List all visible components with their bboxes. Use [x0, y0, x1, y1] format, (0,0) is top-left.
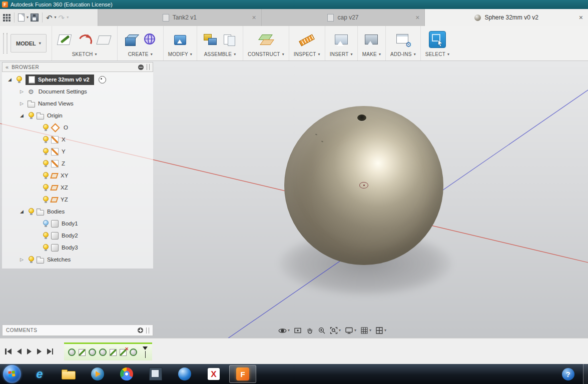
- make-menu[interactable]: MAKE▾: [362, 52, 381, 60]
- expand-icon[interactable]: ▷: [20, 258, 28, 262]
- panel-drag-handle[interactable]: [147, 64, 150, 70]
- visibility-bulb-icon[interactable]: [43, 220, 49, 227]
- create-sketch-icon[interactable]: [57, 31, 74, 48]
- caret-down-icon[interactable]: ▾: [27, 16, 29, 20]
- make-3d-print-icon[interactable]: [363, 31, 380, 48]
- timeline-feature-sketch[interactable]: [110, 349, 117, 356]
- arc-tool-icon[interactable]: [76, 31, 93, 48]
- skip-to-start-button[interactable]: [5, 348, 12, 354]
- timeline-feature-sphere[interactable]: [130, 348, 137, 356]
- sketch-plane-icon[interactable]: [96, 31, 113, 48]
- skip-to-end-button[interactable]: [47, 348, 54, 354]
- show-desktop-button[interactable]: [583, 364, 588, 384]
- inspect-menu[interactable]: INSPECT▾: [294, 52, 320, 60]
- grid-and-snaps-button[interactable]: ▾: [360, 326, 371, 334]
- browser-item-body3[interactable]: Body3: [2, 242, 153, 254]
- taskbar-item-fusion-360[interactable]: F: [229, 365, 256, 383]
- expand-icon[interactable]: ▷: [20, 90, 28, 94]
- browser-item-xy-plane[interactable]: XY: [2, 170, 153, 182]
- play-button[interactable]: [27, 348, 32, 354]
- measure-icon[interactable]: [298, 31, 315, 48]
- taskbar-item-chrome[interactable]: [112, 364, 141, 384]
- visibility-bulb-icon[interactable]: [43, 244, 49, 251]
- visibility-bulb-icon[interactable]: [43, 196, 49, 203]
- timeline-feature-sketch-error[interactable]: [120, 349, 127, 356]
- browser-item-origin-point[interactable]: O: [2, 122, 153, 134]
- taskbar-item-app-window[interactable]: [141, 364, 170, 384]
- toolbar-grip[interactable]: [3, 33, 8, 54]
- zoom-button[interactable]: [318, 326, 326, 334]
- browser-item-sketches[interactable]: ▷ Sketches: [2, 254, 153, 266]
- collapse-icon[interactable]: ◢: [20, 210, 28, 214]
- collapse-icon[interactable]: ◢: [20, 114, 28, 118]
- fit-button[interactable]: ▾: [330, 326, 341, 334]
- visibility-bulb-icon[interactable]: [43, 160, 49, 167]
- browser-item-bodies[interactable]: ◢ Bodies: [2, 206, 153, 218]
- display-settings-button[interactable]: ▾: [345, 326, 356, 334]
- joint-icon[interactable]: [221, 31, 238, 48]
- browser-item-yz-plane[interactable]: YZ: [2, 194, 153, 206]
- taskbar-item-internet-explorer[interactable]: e: [25, 364, 54, 384]
- construction-plane-icon[interactable]: [257, 31, 274, 48]
- collapse-icon[interactable]: ◢: [8, 78, 16, 82]
- expand-icon[interactable]: ▷: [20, 102, 28, 106]
- browser-item-root[interactable]: ◢ Sphere 32mm v0 v2: [2, 74, 153, 86]
- visibility-bulb-icon[interactable]: [29, 256, 34, 263]
- create-sphere-icon[interactable]: [142, 31, 159, 48]
- create-menu[interactable]: CREATE▾: [128, 52, 153, 60]
- pan-button[interactable]: [306, 326, 314, 334]
- modify-menu[interactable]: MODIFY▾: [168, 52, 192, 60]
- activate-component-icon[interactable]: [99, 76, 106, 84]
- taskbar-item-file-explorer[interactable]: [54, 364, 83, 384]
- insert-image-icon[interactable]: [333, 31, 350, 48]
- comments-bar[interactable]: COMMENTS: [2, 324, 153, 336]
- timeline-feature-sphere[interactable]: [89, 348, 96, 356]
- visibility-bulb-icon[interactable]: [43, 136, 49, 143]
- browser-item-body2[interactable]: Body2: [2, 230, 153, 242]
- minimize-panel-icon[interactable]: [138, 64, 144, 70]
- sphere-body[interactable]: [284, 106, 443, 265]
- browser-item-y-axis[interactable]: Y: [2, 146, 153, 158]
- save-icon[interactable]: [31, 14, 39, 22]
- selected-item-highlight[interactable]: Sphere 32mm v0 v2: [26, 74, 94, 85]
- document-tab-sphere-active[interactable]: Sphere 32mm v0 v2 ×: [425, 9, 588, 26]
- workspace-selector[interactable]: MODEL ▾: [11, 34, 47, 52]
- sketch-menu[interactable]: SKETCH▾: [72, 52, 97, 60]
- construct-menu[interactable]: CONSTRUCT▾: [248, 52, 284, 60]
- close-tab-icon[interactable]: ×: [415, 14, 419, 21]
- viewports-button[interactable]: ▾: [375, 326, 386, 334]
- browser-item-document-settings[interactable]: ▷ ⚙ Document Settings: [2, 86, 153, 98]
- timeline-position-marker[interactable]: [142, 346, 148, 358]
- select-menu[interactable]: SELECT▾: [425, 52, 449, 60]
- visibility-bulb-icon[interactable]: [17, 76, 22, 83]
- caret-down-icon[interactable]: ▾: [55, 16, 57, 20]
- assemble-menu[interactable]: ASSEMBLE▾: [204, 52, 236, 60]
- scripts-add-ins-icon[interactable]: [394, 31, 411, 48]
- browser-item-origin[interactable]: ◢ Origin: [2, 110, 153, 122]
- press-pull-icon[interactable]: [172, 31, 189, 48]
- new-component-icon[interactable]: [202, 31, 219, 48]
- browser-item-named-views[interactable]: ▷ Named Views: [2, 98, 153, 110]
- visibility-bulb-icon[interactable]: [43, 124, 49, 131]
- timeline-feature-sphere[interactable]: [68, 348, 76, 356]
- browser-item-x-axis[interactable]: X: [2, 134, 153, 146]
- taskbar-item-app-x[interactable]: X: [199, 364, 228, 384]
- taskbar-item-app-sphere[interactable]: [170, 364, 199, 384]
- add-comment-icon[interactable]: [138, 328, 143, 333]
- close-tab-icon[interactable]: ×: [579, 14, 583, 21]
- file-new-icon[interactable]: [18, 14, 25, 22]
- taskbar-item-media-player[interactable]: [83, 364, 112, 384]
- create-box-icon[interactable]: [122, 31, 139, 48]
- timeline-feature-sketch[interactable]: [79, 349, 86, 356]
- insert-menu[interactable]: INSERT▾: [330, 52, 353, 60]
- orbit-button[interactable]: ▾: [278, 326, 290, 335]
- select-tool-icon[interactable]: [429, 31, 446, 48]
- start-button[interactable]: [3, 365, 21, 383]
- redo-icon[interactable]: ↷: [59, 14, 65, 22]
- visibility-bulb-icon[interactable]: [43, 184, 49, 191]
- visibility-bulb-icon[interactable]: [29, 208, 34, 215]
- collapse-panel-icon[interactable]: «: [6, 64, 9, 70]
- step-back-button[interactable]: [17, 348, 22, 354]
- visibility-bulb-icon[interactable]: [29, 112, 34, 119]
- taskbar-item-help[interactable]: ?: [558, 364, 578, 384]
